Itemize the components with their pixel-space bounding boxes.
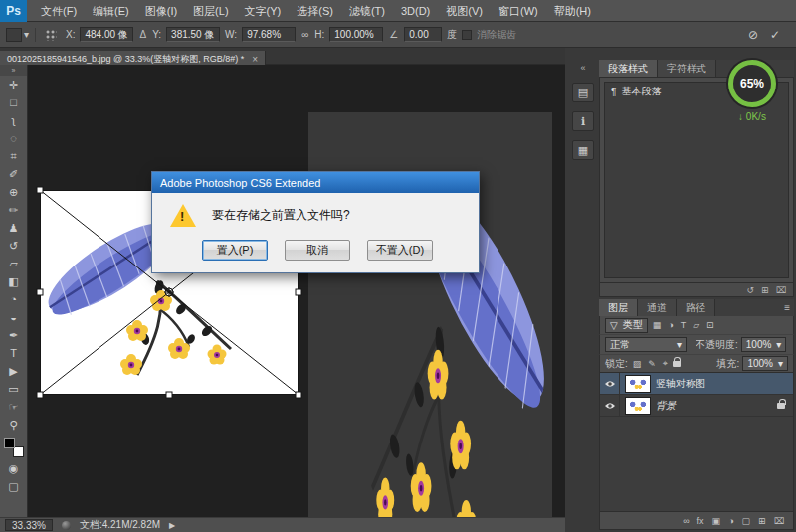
link-dimensions-icon[interactable]: ∞ [300,29,309,40]
shape-tool[interactable]: ▭ [2,380,26,398]
lock-all-icon[interactable] [673,361,681,367]
photoshop-logo[interactable]: Ps [0,0,27,22]
menu-image[interactable]: 图像(I) [137,0,185,22]
tab-character-styles[interactable]: 字符样式 [658,60,716,77]
menu-layer[interactable]: 图层(L) [185,0,236,22]
opacity-dropdown[interactable]: 100% ▾ [741,337,787,352]
network-speed-text: ↓ 0K/s [712,111,792,122]
fill-dropdown[interactable]: 100% ▾ [742,356,788,371]
histogram-panel-icon[interactable]: ▦ [572,140,594,160]
dont-place-button[interactable]: 不置入(D) [367,240,433,261]
cancel-button[interactable]: 取消 [285,240,350,261]
zoom-level-input[interactable]: 33.33% [5,519,53,531]
panel-menu-icon[interactable]: ≡ [784,299,790,316]
tab-paths[interactable]: 路径 [677,299,715,316]
type-layer-filter-icon[interactable]: T [679,320,689,330]
properties-panel-icon[interactable]: ▤ [572,83,594,102]
layer-row-symmetric[interactable]: 竖轴对称图 [600,373,793,395]
menu-window[interactable]: 窗口(W) [491,0,546,22]
delete-style-icon[interactable]: ⌧ [776,285,786,295]
color-swatches[interactable] [4,438,24,457]
adjustment-layer-filter-icon[interactable]: ◑ [666,320,675,330]
zoom-tool[interactable]: ⚲ [2,416,26,434]
hand-tool[interactable]: ☞ [2,398,26,416]
link-layers-icon[interactable]: ∞ [683,516,689,526]
menu-3d[interactable]: 3D(D) [393,0,438,22]
tab-paragraph-styles[interactable]: 段落样式 [599,60,658,77]
layer-row-background[interactable]: 背景 [600,395,793,417]
pen-tool[interactable]: ✒ [2,326,26,344]
history-brush-tool[interactable]: ↺ [2,237,26,255]
menu-edit[interactable]: 编辑(E) [85,0,137,22]
x-input[interactable]: 484.00 像 [80,27,133,42]
menu-view[interactable]: 视图(V) [438,0,491,22]
lock-transparent-pixels-icon[interactable]: ▨ [631,359,644,369]
new-style-icon[interactable]: ⊞ [761,285,769,295]
redefine-style-icon[interactable]: ↺ [747,285,755,295]
add-layer-mask-icon[interactable]: ▣ [712,516,721,526]
cancel-transform-button[interactable]: ⊘ [748,28,758,42]
lock-image-pixels-icon[interactable]: ✎ [646,359,658,369]
dock-collapse-icon[interactable]: « [571,62,595,74]
brush-tool[interactable]: ✏ [2,201,26,219]
layer-name[interactable]: 竖轴对称图 [656,377,793,391]
pixel-layer-filter-icon[interactable]: ▦ [651,320,664,330]
antialias-checkbox[interactable] [462,30,472,40]
lasso-tool[interactable]: ʅ [2,111,26,129]
menu-type[interactable]: 文字(Y) [237,0,290,22]
crop-tool[interactable]: ⌗ [2,147,26,165]
visibility-toggle[interactable] [600,395,620,416]
layer-name[interactable]: 背景 [656,399,777,413]
width-label: W: [225,29,237,40]
type-tool[interactable]: T [2,344,26,362]
tab-channels[interactable]: 通道 [638,299,677,316]
eyedropper-tool[interactable]: ✐ [2,165,26,183]
y-input[interactable]: 381.50 像 [166,27,220,42]
lock-position-icon[interactable]: ⌖ [661,358,670,369]
tab-close-icon[interactable]: × [252,54,258,65]
tab-layers[interactable]: 图层 [599,299,638,316]
healing-brush-tool[interactable]: ⊕ [2,183,26,201]
menu-help[interactable]: 帮助(H) [546,0,599,22]
commit-transform-button[interactable]: ✓ [770,28,780,42]
rectangular-marquee-tool[interactable]: □ [2,93,26,111]
angle-input[interactable]: 0.00 [404,27,442,42]
width-input[interactable]: 97.68% [242,27,296,42]
toolbar-collapse-icon[interactable]: » [0,65,27,76]
blur-tool[interactable]: ◔ [2,290,26,308]
foreground-color-swatch[interactable] [4,438,15,448]
clone-stamp-tool[interactable]: ♟ [2,219,26,237]
eraser-tool[interactable]: ▱ [2,255,26,272]
layer-thumbnail[interactable] [625,397,651,415]
new-adjustment-layer-icon[interactable]: ◑ [728,516,733,526]
info-panel-icon[interactable]: ℹ [572,111,594,131]
layer-filter-dropdown[interactable]: ▽ 类型 [605,318,648,333]
quick-mask-icon[interactable]: ◉ [2,459,26,477]
screen-mode-icon[interactable]: ▢ [2,477,26,495]
relative-position-icon[interactable]: Δ [138,29,147,40]
move-tool[interactable]: ✛ [2,76,26,93]
canvas-area[interactable] [28,65,565,517]
smart-object-filter-icon[interactable]: ⊡ [704,320,716,330]
new-layer-icon[interactable]: ⊞ [758,516,766,526]
new-group-icon[interactable]: ▢ [742,516,751,526]
status-expand-icon[interactable]: ▶ [169,521,175,530]
place-button[interactable]: 置入(P) [202,240,268,261]
visibility-toggle[interactable] [600,373,620,394]
menu-select[interactable]: 选择(S) [289,0,341,22]
layer-styles-icon[interactable]: fx [697,516,704,526]
reference-point-icon[interactable] [45,29,57,41]
layer-thumbnail[interactable] [625,375,651,393]
menu-file[interactable]: 文件(F) [33,0,85,22]
delete-layer-icon[interactable]: ⌧ [774,516,784,526]
height-input[interactable]: 100.00% [329,27,383,42]
dodge-tool[interactable]: ◒ [2,308,26,326]
menu-filter[interactable]: 滤镜(T) [341,0,393,22]
tool-preset-dropdown[interactable]: ▾ [6,28,36,42]
shape-layer-filter-icon[interactable]: ▱ [691,320,701,330]
dialog-title-bar[interactable]: Adobe Photoshop CS6 Extended [152,172,479,193]
quick-selection-tool[interactable]: ◌ [2,129,26,147]
path-selection-tool[interactable]: ▶ [2,362,26,380]
blend-mode-dropdown[interactable]: 正常 ▾ [605,337,687,352]
gradient-tool[interactable]: ◧ [2,272,26,290]
